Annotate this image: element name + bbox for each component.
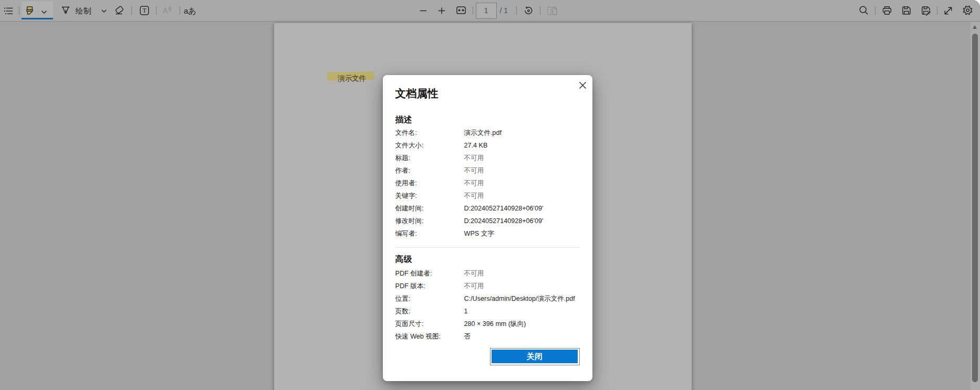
property-row: 快速 Web 视图: 否 — [395, 330, 580, 343]
property-row: 文件名: 演示文件.pdf — [395, 127, 580, 139]
property-value: 不可用 — [464, 164, 484, 177]
property-row: 位置: C:/Users/admin/Desktop/演示文件.pdf — [395, 292, 580, 305]
property-row: 作者: 不可用 — [395, 164, 580, 177]
page-number-input[interactable]: 1 — [476, 3, 497, 19]
page-total-label: / 1 — [500, 0, 508, 22]
property-value: D:20240527140928+06'09' — [464, 215, 544, 227]
property-label: 快速 Web 视图: — [395, 330, 464, 343]
toolbar-separator — [156, 6, 157, 15]
close-button-label: 关闭 — [492, 350, 578, 363]
document-properties-dialog: 文档属性 描述 文件名: 演示文件.pdf 文件大小: 27.4 KB 标题: … — [383, 75, 592, 381]
property-value: 否 — [464, 330, 471, 343]
toolbar-separator — [875, 6, 875, 15]
property-value: 演示文件.pdf — [464, 127, 502, 139]
toolbar-separator — [131, 6, 132, 15]
settings-gear-icon[interactable] — [963, 5, 973, 15]
add-text-glyph: T — [142, 7, 147, 14]
close-icon — [579, 81, 587, 89]
property-row: 修改时间: D:20240527140928+06'09' — [395, 215, 580, 227]
fullscreen-icon[interactable] — [943, 6, 953, 16]
property-label: 编写者: — [395, 227, 464, 240]
property-row: 文件大小: 27.4 KB — [395, 139, 580, 152]
property-label: 使用者: — [395, 177, 464, 189]
zoom-out-icon[interactable] — [420, 7, 427, 15]
property-value: 1 — [464, 305, 468, 318]
pen-nib-icon — [61, 6, 70, 15]
document-text: 演示文件 — [338, 75, 366, 82]
property-value: 不可用 — [464, 280, 484, 292]
property-label: 标题: — [395, 152, 464, 164]
property-value: 不可用 — [464, 152, 484, 164]
property-value: D:20240527140928+06'09' — [464, 202, 544, 215]
property-label: 修改时间: — [395, 215, 464, 227]
draw-label: 绘制 — [76, 0, 92, 22]
save-as-icon[interactable] — [921, 5, 932, 16]
close-dialog-button[interactable]: 关闭 — [490, 348, 580, 366]
property-label: 作者: — [395, 164, 464, 177]
property-label: 关键字: — [395, 189, 464, 202]
search-icon[interactable] — [859, 5, 869, 15]
section-heading-description: 描述 — [395, 113, 580, 126]
page-view-icon[interactable] — [547, 6, 557, 16]
property-label: 文件名: — [395, 127, 464, 139]
scrollbar-thumb[interactable] — [972, 34, 978, 382]
toolbar-separator — [937, 6, 937, 15]
property-row: 关键字: 不可用 — [395, 189, 580, 202]
selected-tool-underline — [22, 18, 53, 19]
toolbar-separator — [516, 6, 517, 15]
highlighter-icon — [26, 6, 34, 15]
dialog-title: 文档属性 — [395, 86, 580, 101]
print-icon[interactable] — [882, 5, 892, 16]
property-value: 不可用 — [464, 267, 484, 280]
eraser-icon[interactable] — [114, 6, 124, 15]
property-row: 使用者: 不可用 — [395, 177, 580, 189]
chevron-down-icon — [41, 10, 47, 14]
property-row: 创建时间: D:20240527140928+06'09' — [395, 202, 580, 215]
toolbar-separator — [540, 6, 540, 15]
section-heading-advanced: 高级 — [395, 253, 580, 266]
read-aloud-icon[interactable] — [162, 6, 172, 15]
toolbar-separator — [180, 6, 180, 15]
property-value: C:/Users/admin/Desktop/演示文件.pdf — [464, 292, 575, 305]
property-label: 文件大小: — [395, 139, 464, 152]
pdf-toolbar: 绘制 T aあ — [0, 0, 980, 22]
property-value: 不可用 — [464, 177, 484, 189]
highlighter-tool-button[interactable] — [22, 2, 53, 18]
property-label: 页面尺寸: — [395, 318, 464, 330]
property-label: 页数: — [395, 305, 464, 318]
section-divider — [395, 247, 580, 248]
add-text-icon[interactable]: T — [140, 6, 149, 15]
property-row: 页面尺寸: 280 × 396 mm (纵向) — [395, 318, 580, 330]
rotate-icon[interactable] — [524, 6, 534, 16]
description-rows: 文件名: 演示文件.pdf 文件大小: 27.4 KB 标题: 不可用 作者: … — [395, 127, 580, 240]
property-label: PDF 创建者: — [395, 267, 464, 280]
highlighter-tool-dropdown[interactable] — [38, 2, 53, 18]
fit-to-width-icon[interactable] — [456, 6, 466, 14]
dialog-close-button[interactable] — [576, 78, 589, 92]
pdf-viewer-window: 绘制 T aあ — [0, 0, 980, 390]
vertical-scrollbar[interactable] — [971, 22, 980, 390]
property-row: PDF 创建者: 不可用 — [395, 267, 580, 280]
chevron-down-icon — [101, 9, 107, 13]
property-label: 位置: — [395, 292, 464, 305]
table-of-contents-icon[interactable] — [4, 6, 13, 16]
property-label: 创建时间: — [395, 202, 464, 215]
save-icon[interactable] — [901, 5, 912, 16]
property-value: 280 × 396 mm (纵向) — [464, 318, 526, 330]
property-value: 不可用 — [464, 189, 484, 202]
draw-tool-button[interactable]: 绘制 — [58, 0, 108, 22]
toolbar-separator — [19, 6, 19, 15]
property-value: WPS 文字 — [464, 227, 494, 240]
property-row: PDF 版本: 不可用 — [395, 280, 580, 292]
property-value: 27.4 KB — [464, 139, 488, 152]
property-row: 编写者: WPS 文字 — [395, 227, 580, 240]
scroll-up-arrow[interactable] — [973, 25, 977, 29]
zoom-in-icon[interactable] — [438, 7, 445, 15]
property-row: 标题: 不可用 — [395, 152, 580, 164]
property-label: PDF 版本: — [395, 280, 464, 292]
advanced-rows: PDF 创建者: 不可用 PDF 版本: 不可用 位置: C:/Users/ad… — [395, 267, 580, 343]
property-row: 页数: 1 — [395, 305, 580, 318]
toolbar-separator — [473, 6, 473, 15]
translate-icon[interactable]: aあ — [184, 0, 196, 22]
